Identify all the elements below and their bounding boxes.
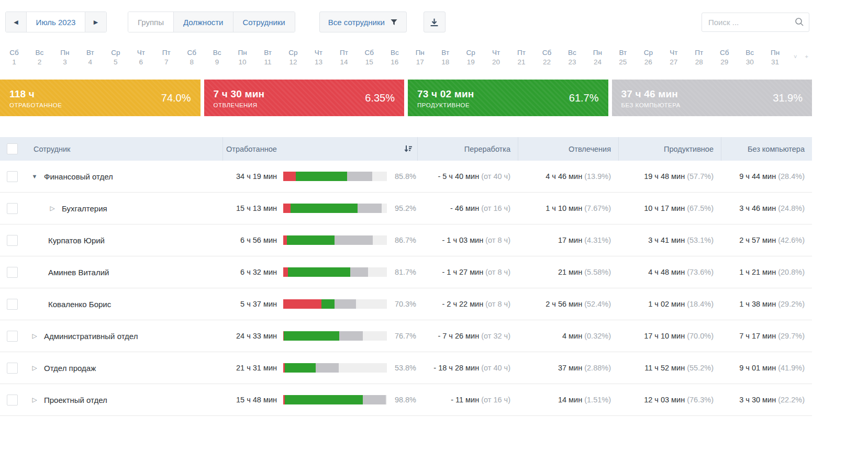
expander-icon[interactable]: ▼	[30, 173, 39, 179]
column-header-distractions[interactable]: Отвлечения	[518, 137, 618, 161]
card-percent: 31.9%	[773, 92, 803, 104]
bar-productive-segment	[296, 172, 347, 181]
calendar-day[interactable]: Чт 6	[132, 48, 150, 67]
calendar-day[interactable]: Пн 10	[233, 48, 251, 67]
next-period-button[interactable]: ▶	[85, 12, 106, 32]
bar-distractions-segment	[283, 235, 287, 245]
calendar-day[interactable]: Вт 25	[614, 48, 632, 67]
calendar-day[interactable]: Вт 11	[259, 48, 277, 67]
column-header-productive[interactable]: Продуктивное	[618, 137, 721, 161]
calendar-day[interactable]: Пт 21	[513, 48, 530, 67]
card-no-computer[interactable]: 37 ч 46 мин БЕЗ КОМПЬЮТЕРА 31.9%	[612, 80, 813, 116]
row-checkbox[interactable]	[7, 203, 18, 214]
row-checkbox[interactable]	[7, 299, 18, 310]
calendar-day[interactable]: Пн 31	[766, 48, 784, 67]
calendar-day[interactable]: Вс 2	[30, 48, 48, 67]
calendar-day[interactable]: Вс 16	[386, 48, 404, 67]
tab-positions[interactable]: Должности	[174, 12, 233, 32]
worked-percent: 76.7%	[387, 332, 417, 340]
calendar-day[interactable]: Вт 18	[437, 48, 454, 67]
card-label: ПРОДУКТИВНОЕ	[417, 102, 569, 108]
select-all-checkbox[interactable]	[7, 143, 18, 154]
calendar-day[interactable]: Вс 9	[208, 48, 226, 67]
calendar-day[interactable]: Ср 26	[639, 48, 657, 67]
sort-desc-icon[interactable]	[404, 144, 413, 153]
calendar-day[interactable]: Ср 5	[107, 48, 125, 67]
table-row[interactable]: Курпатов Юрий 6 ч 56 мин 86.7% - 1 ч 03 …	[0, 224, 812, 256]
expander-icon[interactable]: ▷	[48, 205, 57, 212]
calendar-day[interactable]: Сб 1	[5, 48, 23, 67]
calendar-day[interactable]: Чт 13	[309, 48, 327, 67]
calendar-day-name: Сб	[183, 48, 201, 57]
column-header-overtime[interactable]: Переработка	[417, 137, 518, 161]
column-header-employee[interactable]: Сотрудник	[0, 137, 222, 161]
calendar-day[interactable]: Пт 28	[690, 48, 708, 67]
calendar-day[interactable]: Пт 14	[335, 48, 353, 67]
row-checkbox[interactable]	[7, 267, 18, 278]
calendar-day[interactable]: Ср 19	[462, 48, 480, 67]
worked-bar	[283, 267, 387, 277]
calendar-day[interactable]: Чт 20	[487, 48, 505, 67]
worked-time: 15 ч 48 мин	[222, 396, 283, 404]
row-checkbox[interactable]	[7, 363, 18, 374]
bar-productive-segment	[288, 267, 350, 277]
productive-cell: 3 ч 41 мин (53.1%)	[618, 236, 721, 244]
calendar-day[interactable]: Ср 12	[284, 48, 302, 67]
calendar-day[interactable]: Сб 8	[183, 48, 201, 67]
calendar-day[interactable]: Вс 23	[563, 48, 581, 67]
toolbar: ◀ Июль 2023 ▶ Группы Должности Сотрудник…	[5, 12, 868, 32]
column-header-worked[interactable]: Отработанное	[222, 137, 417, 161]
table-row[interactable]: ▷ Отдел продаж 21 ч 31 мин 53.8% - 18 ч …	[0, 352, 812, 384]
calendar-day-number: 26	[639, 57, 657, 67]
table-row[interactable]: ▷ Административный отдел 24 ч 33 мин 76.…	[0, 320, 812, 352]
calendar-day[interactable]: Сб 15	[360, 48, 378, 67]
calendar-day[interactable]: Чт 27	[665, 48, 683, 67]
row-checkbox[interactable]	[7, 171, 18, 182]
calendar-day-number: 15	[360, 57, 378, 67]
card-productive[interactable]: 73 ч 02 мин ПРОДУКТИВНОЕ 61.7%	[408, 80, 608, 116]
calendar-day[interactable]: Сб 22	[538, 48, 556, 67]
card-percent: 74.0%	[161, 92, 191, 104]
card-percent: 61.7%	[569, 92, 599, 104]
table-row[interactable]: Аминев Виталий 6 ч 32 мин 81.7% - 1 ч 27…	[0, 256, 812, 288]
period-label-button[interactable]: Июль 2023	[27, 12, 85, 32]
tab-employees[interactable]: Сотрудники	[233, 12, 295, 32]
table-row[interactable]: ▼ Финансовый отдел 34 ч 19 мин 85.8% - 5…	[0, 161, 812, 193]
employee-cell: ▷ Бухгалтерия	[0, 203, 222, 214]
calendar-day[interactable]: Сб 29	[716, 48, 733, 67]
table-row[interactable]: Коваленко Борис 5 ч 37 мин 70.3% - 2 ч 2…	[0, 288, 812, 320]
productive-cell: 1 ч 02 мин (18.4%)	[618, 300, 721, 308]
search-input[interactable]	[702, 13, 809, 32]
expander-icon[interactable]: ▷	[30, 364, 39, 372]
card-distractions[interactable]: 7 ч 30 мин ОТВЛЕЧЕНИЯ 6.35%	[204, 80, 405, 116]
calendar-day[interactable]: Пн 3	[56, 48, 74, 67]
download-button[interactable]	[424, 12, 446, 32]
expander-icon[interactable]: ▷	[30, 332, 39, 340]
productive-cell: 17 ч 10 мин (70.0%)	[618, 332, 721, 340]
row-checkbox[interactable]	[7, 235, 18, 246]
bar-productive-segment	[285, 395, 363, 404]
row-checkbox[interactable]	[7, 331, 18, 342]
calendar-day[interactable]: Пн 24	[588, 48, 606, 67]
period-navigator: ◀ Июль 2023 ▶	[5, 12, 107, 32]
row-checkbox[interactable]	[7, 395, 18, 406]
expander-icon[interactable]: ▷	[30, 396, 39, 403]
card-worked[interactable]: 118 ч ОТРАБОТАННОЕ 74.0%	[0, 80, 201, 116]
employee-cell: Коваленко Борис	[0, 299, 222, 310]
column-header-no-computer[interactable]: Без компьютера	[721, 137, 812, 161]
calendar-day[interactable]: Пт 7	[158, 48, 175, 67]
prev-period-button[interactable]: ◀	[6, 12, 27, 32]
calendar-day-number: 6	[132, 57, 150, 67]
table-row[interactable]: ▷ Бухгалтерия 15 ч 13 мин 95.2% - 46 мин…	[0, 193, 812, 224]
employee-cell: Аминев Виталий	[0, 267, 222, 278]
tab-groups[interactable]: Группы	[128, 12, 174, 32]
calendar-day-number: 25	[614, 57, 632, 67]
clipped-control[interactable]: ˅ +	[794, 53, 814, 60]
overtime-cell: - 7 ч 26 мин (от 32 ч)	[417, 332, 518, 340]
calendar-day[interactable]: Вт 4	[81, 48, 99, 67]
calendar-day[interactable]: Пн 17	[411, 48, 429, 67]
employee-filter-dropdown[interactable]: Все сотрудники	[319, 12, 407, 32]
table-row[interactable]: ▷ Проектный отдел 15 ч 48 мин 98.8% - 11…	[0, 384, 812, 416]
calendar-day[interactable]: Вс 30	[741, 48, 759, 67]
worked-time: 6 ч 56 мин	[222, 236, 283, 244]
